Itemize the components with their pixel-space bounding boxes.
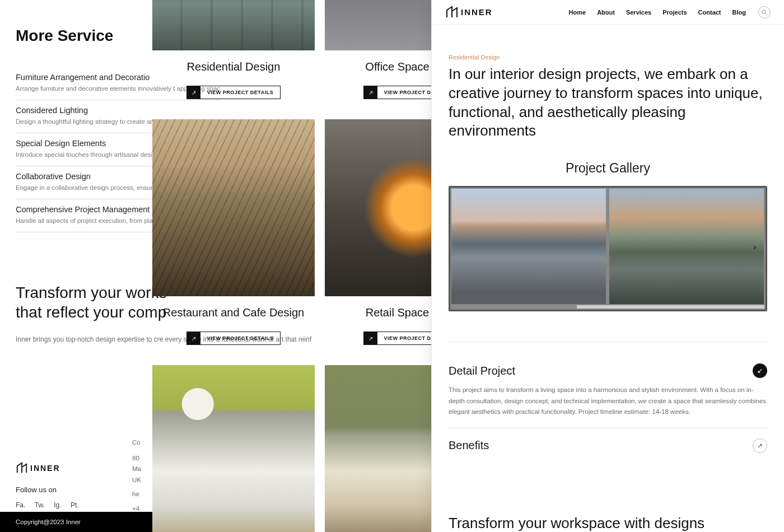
logo-icon bbox=[16, 462, 28, 474]
panel-foot-heading: Transform your workspace with designs bbox=[432, 458, 784, 533]
brand-text: INNER bbox=[30, 464, 60, 473]
nav-projects[interactable]: Projects bbox=[662, 9, 687, 16]
accordion-item-benefits: Benefits ↗ bbox=[449, 428, 767, 458]
gallery-image[interactable] bbox=[609, 189, 764, 304]
social-facebook[interactable]: Fa. bbox=[16, 501, 25, 509]
arrow-up-right-icon: ↗ bbox=[187, 86, 200, 99]
arrow-up-right-icon: ↗ bbox=[187, 332, 200, 345]
panel-nav: Home About Services Projects Contact Blo… bbox=[569, 9, 746, 16]
gallery-image[interactable] bbox=[451, 189, 606, 304]
brand-text: INNER bbox=[461, 7, 493, 17]
project-card-residential[interactable]: Residential Design ↗ VIEW PROJECT DETAIL… bbox=[152, 0, 315, 99]
search-button[interactable] bbox=[758, 6, 771, 18]
nav-home[interactable]: Home bbox=[569, 9, 586, 16]
project-gallery[interactable]: › bbox=[449, 186, 767, 311]
button-label: VIEW PROJECT DETAILS bbox=[200, 90, 280, 95]
accordion-header[interactable]: Detail Project ↙ bbox=[449, 363, 767, 378]
footer-contact: Co 80 Ma UK he +4 bbox=[132, 437, 141, 514]
logo-icon bbox=[445, 6, 459, 19]
nav-blog[interactable]: Blog bbox=[732, 9, 746, 16]
view-project-button[interactable]: ↗ VIEW PROJECT DETAILS bbox=[186, 86, 281, 99]
project-title: Residential Design bbox=[187, 60, 281, 73]
search-icon bbox=[761, 9, 768, 16]
gallery-next-button[interactable]: › bbox=[753, 242, 762, 255]
social-pinterest[interactable]: Pt. bbox=[71, 501, 79, 509]
expand-icon: ↗ bbox=[753, 438, 767, 453]
project-thumb bbox=[152, 0, 315, 50]
svg-line-1 bbox=[766, 13, 767, 15]
project-card-hotel[interactable]: Hotel Room Design bbox=[152, 365, 315, 532]
detail-panel: INNER Home About Services Projects Conta… bbox=[431, 0, 784, 532]
panel-headline: In our interior design projects, we emba… bbox=[449, 65, 767, 141]
panel-header: INNER Home About Services Projects Conta… bbox=[432, 0, 784, 25]
nav-about[interactable]: About bbox=[597, 9, 615, 16]
gallery-track[interactable] bbox=[450, 188, 766, 305]
panel-eyebrow: Residential Design bbox=[449, 54, 767, 60]
gallery-title: Project Gallery bbox=[449, 161, 767, 176]
nav-contact[interactable]: Contact bbox=[698, 9, 721, 16]
project-thumb bbox=[152, 365, 315, 532]
accordion-title: Benefits bbox=[449, 439, 489, 452]
project-card-restaurant[interactable]: Restaurant and Cafe Design ↗ VIEW PROJEC… bbox=[152, 119, 315, 345]
accordion-body: This project aims to transform a living … bbox=[449, 385, 767, 418]
arrow-up-right-icon: ↗ bbox=[364, 86, 377, 99]
collapse-icon: ↙ bbox=[753, 363, 767, 378]
accordion-header[interactable]: Benefits ↗ bbox=[449, 438, 767, 453]
accordion-title: Detail Project bbox=[449, 365, 515, 377]
panel-logo[interactable]: INNER bbox=[445, 6, 493, 19]
gallery-scrollbar[interactable] bbox=[451, 305, 764, 309]
button-label: VIEW PROJECT DETAILS bbox=[200, 335, 280, 341]
social-twitter[interactable]: Tw. bbox=[35, 501, 45, 509]
svg-point-0 bbox=[762, 10, 766, 13]
copyright-text: Copyright@2023 Inner bbox=[16, 519, 81, 525]
chevron-right-icon: › bbox=[753, 242, 756, 251]
accordion: Detail Project ↙ This project aims to tr… bbox=[449, 342, 767, 458]
accordion-item-detail: Detail Project ↙ This project aims to tr… bbox=[449, 353, 767, 428]
nav-services[interactable]: Services bbox=[626, 9, 651, 16]
scrollbar-thumb[interactable] bbox=[451, 305, 577, 309]
arrow-up-right-icon: ↗ bbox=[364, 332, 377, 345]
view-project-button[interactable]: ↗ VIEW PROJECT DETAILS bbox=[186, 332, 281, 345]
social-instagram[interactable]: Ig. bbox=[54, 501, 61, 509]
project-title: Restaurant and Cafe Design bbox=[163, 306, 304, 319]
project-thumb bbox=[152, 119, 315, 296]
